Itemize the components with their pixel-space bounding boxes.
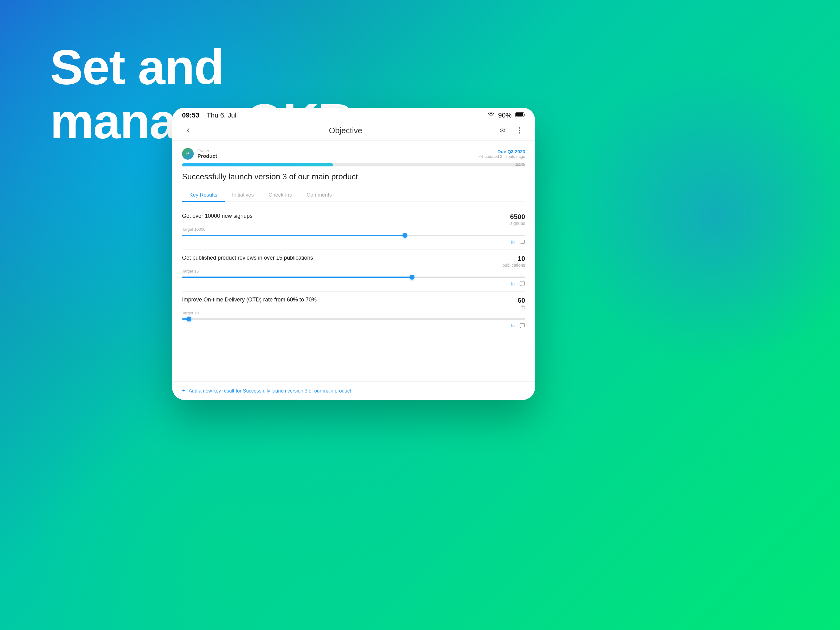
app-bar: Objective xyxy=(172,122,535,141)
updated-info: updated 2 minutes ago xyxy=(479,154,525,159)
owner-row: P Owner Product Due Q3 2023 updated 2 mi… xyxy=(182,148,525,160)
kr-title-1: Get over 10000 new signups xyxy=(182,213,504,219)
kr-thumb-2[interactable] xyxy=(409,275,414,280)
kr-item-2: Get published product reviews in over 15… xyxy=(182,250,525,291)
kr-value-number-2: 10 xyxy=(502,255,525,263)
kr-title-2: Get published product reviews in over 15… xyxy=(182,255,496,261)
eye-button[interactable] xyxy=(497,125,508,136)
kr-fill-2 xyxy=(182,277,412,278)
status-date: Thu 6. Jul xyxy=(207,111,237,119)
kr-item-1: Get over 10000 new signups 6500 signups … xyxy=(182,208,525,250)
kr-comment-btn-1[interactable] xyxy=(519,239,525,245)
svg-rect-1 xyxy=(524,114,525,116)
kr-value-2: 10 publications xyxy=(502,255,525,268)
back-button[interactable] xyxy=(182,124,194,136)
status-bar: 09:53 Thu 6. Jul 90% xyxy=(172,108,535,122)
kr-checkin-btn-2[interactable]: In xyxy=(511,282,515,287)
due-info: Due Q3 2023 updated 2 minutes ago xyxy=(479,149,525,159)
hero-line1: Set and xyxy=(50,40,380,94)
kr-value-3: 60 % xyxy=(518,296,525,309)
kr-comment-btn-2[interactable] xyxy=(519,281,525,287)
kr-checkin-btn-3[interactable]: In xyxy=(511,323,515,328)
svg-point-6 xyxy=(519,130,520,131)
kr-target-1: Target 10000 xyxy=(182,227,525,232)
kr-slider-3[interactable] xyxy=(182,318,525,320)
kr-header-1: Get over 10000 new signups 6500 signups xyxy=(182,213,525,226)
battery-icon xyxy=(515,112,525,119)
owner-info: P Owner Product xyxy=(182,148,217,160)
tab-key-results[interactable]: Key Results xyxy=(182,189,225,202)
svg-point-4 xyxy=(502,130,503,131)
tab-initiatives[interactable]: Initiatives xyxy=(225,189,261,202)
kr-value-number-1: 6500 xyxy=(510,213,525,221)
svg-rect-2 xyxy=(516,113,523,117)
kr-checkin-btn-1[interactable]: In xyxy=(511,240,515,245)
avatar: P xyxy=(182,148,194,160)
status-time: 09:53 xyxy=(182,111,199,119)
tab-comments[interactable]: Comments xyxy=(299,189,339,202)
progress-container: 44% xyxy=(182,163,525,166)
kr-thumb-3[interactable] xyxy=(186,317,191,321)
add-kr-bar[interactable]: + Add a new key result for Successfully … xyxy=(172,381,535,400)
objective-title: Successfully launch version 3 of our mai… xyxy=(182,172,525,182)
kr-actions-2: In xyxy=(182,281,525,289)
tabs-row: Key Results Initiatives Check-ins Commen… xyxy=(182,189,525,202)
status-icons: 90% xyxy=(488,111,525,119)
svg-point-7 xyxy=(519,132,520,133)
kr-header-2: Get published product reviews in over 15… xyxy=(182,255,525,268)
due-date: Due Q3 2023 xyxy=(479,149,525,154)
kr-item-3: Improve On-time Delivery (OTD) rate from… xyxy=(182,291,525,333)
tab-check-ins[interactable]: Check-ins xyxy=(261,189,300,202)
page-title: Objective xyxy=(329,126,362,135)
kr-value-1: 6500 signups xyxy=(510,213,525,226)
device-frame: 09:53 Thu 6. Jul 90% xyxy=(172,108,535,400)
svg-point-5 xyxy=(519,127,520,128)
content-area: P Owner Product Due Q3 2023 updated 2 mi… xyxy=(172,141,535,381)
progress-bar xyxy=(182,163,525,166)
kr-unit-2: publications xyxy=(502,263,525,268)
progress-fill xyxy=(182,163,333,166)
owner-label: Owner xyxy=(197,149,217,153)
kr-thumb-1[interactable] xyxy=(403,233,407,238)
kr-unit-1: signups xyxy=(510,221,525,226)
kr-slider-1[interactable] xyxy=(182,235,525,236)
owner-name: Product xyxy=(197,153,217,159)
updated-text: updated 2 minutes ago xyxy=(485,154,525,159)
kr-unit-3: % xyxy=(518,304,525,309)
kr-track-3 xyxy=(182,318,525,320)
kr-slider-2[interactable] xyxy=(182,277,525,278)
progress-percent: 44% xyxy=(515,162,525,168)
owner-details: Owner Product xyxy=(197,149,217,159)
add-icon: + xyxy=(182,387,186,394)
kr-fill-1 xyxy=(182,235,405,236)
kr-title-3: Improve On-time Delivery (OTD) rate from… xyxy=(182,296,512,303)
kr-actions-3: In xyxy=(182,323,525,331)
more-button[interactable] xyxy=(514,125,525,136)
battery-percent: 90% xyxy=(498,111,512,119)
kr-track-2 xyxy=(182,277,525,278)
kr-track-1 xyxy=(182,235,525,236)
kr-comment-btn-3[interactable] xyxy=(519,323,525,329)
kr-header-3: Improve On-time Delivery (OTD) rate from… xyxy=(182,296,525,309)
add-kr-text[interactable]: Add a new key result for Successfully la… xyxy=(189,388,351,394)
app-bar-actions xyxy=(497,125,525,136)
kr-target-3: Target 70 xyxy=(182,311,525,315)
kr-value-number-3: 60 xyxy=(518,296,525,304)
wifi-icon xyxy=(488,111,494,119)
kr-target-2: Target 15 xyxy=(182,269,525,274)
kr-actions-1: In xyxy=(182,239,525,247)
